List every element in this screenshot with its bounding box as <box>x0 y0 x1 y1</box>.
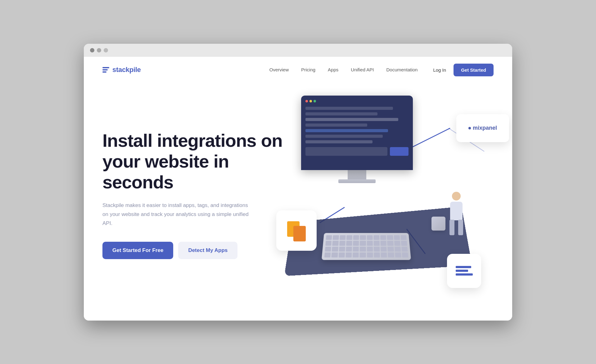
key <box>338 252 345 257</box>
nav-apps[interactable]: Apps <box>328 67 338 72</box>
key <box>394 241 400 246</box>
key <box>387 246 394 251</box>
nav-documentation[interactable]: Documentation <box>386 67 418 72</box>
code-lines <box>305 107 409 143</box>
keyboard <box>322 233 411 260</box>
code-line <box>305 135 383 138</box>
key <box>373 235 379 240</box>
hero-section: Install integrations on your website in … <box>84 83 512 300</box>
get-started-free-button[interactable]: Get Started For Free <box>102 242 173 259</box>
browser-window: stackpile Overview Pricing Apps Unified … <box>84 44 512 321</box>
key <box>353 235 359 240</box>
monitor-base <box>338 179 376 183</box>
hero-left: Install integrations on your website in … <box>102 118 282 259</box>
key <box>360 235 366 240</box>
key <box>325 246 331 251</box>
key <box>325 241 332 246</box>
key <box>367 246 373 251</box>
key <box>353 246 359 251</box>
monitor-input-field <box>305 147 387 156</box>
hero-heading: Install integrations on your website in … <box>102 130 282 192</box>
key <box>353 241 359 246</box>
nav-unified-api[interactable]: Unified API <box>351 67 374 72</box>
key <box>346 241 352 246</box>
person-leg-right <box>458 220 463 235</box>
key <box>346 246 352 251</box>
detect-apps-button[interactable]: Detect My Apps <box>178 242 237 259</box>
nav-actions: Log In Get Started <box>433 64 494 76</box>
logo-icon <box>102 67 109 73</box>
person-head <box>452 192 461 200</box>
mixpanel-card: mixpanel <box>456 114 509 142</box>
key <box>345 252 352 257</box>
key <box>373 241 379 246</box>
monitor-dot-yellow <box>309 100 312 102</box>
key <box>401 241 407 246</box>
code-line <box>305 124 367 127</box>
key <box>380 235 386 240</box>
key <box>381 252 387 257</box>
nav-links: Overview Pricing Apps Unified API Docume… <box>269 67 418 73</box>
nav-pricing[interactable]: Pricing <box>301 67 315 72</box>
login-button[interactable]: Log In <box>433 67 446 73</box>
key <box>367 252 373 257</box>
key <box>395 246 401 251</box>
orange-shape <box>287 221 306 240</box>
blue-lines-icon <box>456 266 473 276</box>
get-started-nav-button[interactable]: Get Started <box>454 64 494 76</box>
monitor-run-button <box>390 147 409 156</box>
key <box>340 235 346 240</box>
key <box>332 246 338 251</box>
key <box>360 252 366 257</box>
key <box>339 246 345 251</box>
key <box>332 241 338 246</box>
code-line <box>305 118 398 121</box>
page-content: stackpile Overview Pricing Apps Unified … <box>84 57 512 321</box>
monitor-stand <box>348 170 366 179</box>
mixpanel-label: mixpanel <box>473 125 497 131</box>
blue-line <box>456 266 471 268</box>
monitor-dot-green <box>314 100 316 102</box>
person-body <box>450 202 463 220</box>
nav-overview[interactable]: Overview <box>269 67 289 72</box>
person-figure <box>447 192 466 235</box>
orange-app-card <box>276 210 317 251</box>
key <box>374 246 380 251</box>
key <box>401 246 408 251</box>
key <box>324 252 331 257</box>
key <box>353 252 359 257</box>
person-leg-left <box>449 220 454 235</box>
key <box>402 252 408 257</box>
key <box>394 235 400 240</box>
orange-rect-2 <box>293 226 306 241</box>
key <box>346 235 352 240</box>
traffic-light-close[interactable] <box>90 48 94 52</box>
traffic-light-maximize[interactable] <box>104 48 108 52</box>
code-line <box>305 140 372 143</box>
blue-line <box>456 270 468 272</box>
monitor <box>301 96 413 183</box>
key <box>367 235 372 240</box>
code-line <box>305 107 393 110</box>
iso-scene: mixpanel <box>273 89 506 291</box>
key <box>388 252 394 257</box>
navbar: stackpile Overview Pricing Apps Unified … <box>84 57 512 83</box>
blue-lines-card <box>447 254 481 288</box>
key <box>387 235 393 240</box>
key <box>326 235 332 240</box>
mixpanel-dot <box>468 127 471 129</box>
key <box>360 241 366 246</box>
logo-link[interactable]: stackpile <box>102 66 141 74</box>
key <box>367 241 372 246</box>
traffic-light-minimize[interactable] <box>97 48 101 52</box>
key <box>395 252 401 257</box>
key <box>333 235 339 240</box>
key <box>332 252 338 257</box>
key <box>380 241 386 246</box>
hero-buttons: Get Started For Free Detect My Apps <box>102 242 282 259</box>
key <box>381 246 387 251</box>
logo-text: stackpile <box>112 66 141 74</box>
monitor-dot-red <box>305 100 308 102</box>
key <box>374 252 380 257</box>
hero-illustration: mixpanel <box>282 96 494 282</box>
